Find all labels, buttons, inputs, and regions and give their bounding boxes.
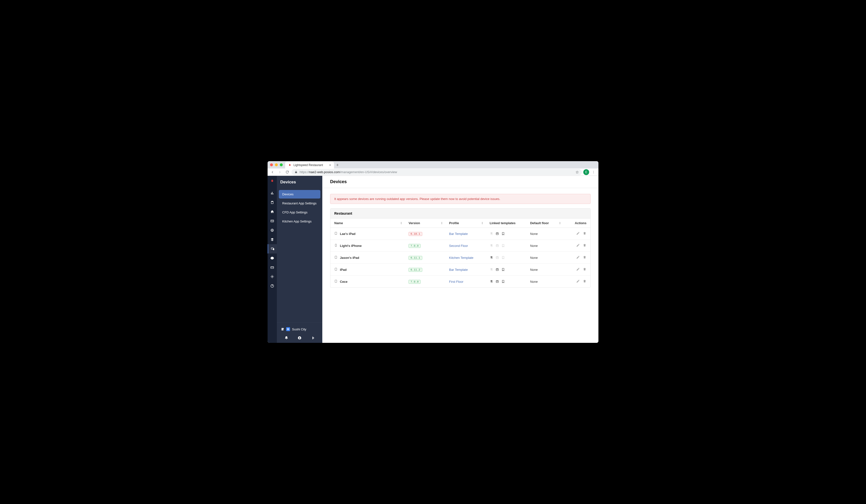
- delete-button[interactable]: [583, 231, 587, 236]
- nav-reload-button[interactable]: [284, 169, 290, 175]
- rail-help-icon[interactable]: [268, 281, 277, 290]
- template-icon: [501, 244, 505, 247]
- column-profile[interactable]: Profile▲▼: [445, 219, 486, 228]
- table-row: Light's iPhone7.0.0Second FloorNone: [330, 240, 590, 252]
- nav-back-button[interactable]: [269, 169, 275, 175]
- template-icon: [501, 256, 505, 259]
- browser-menu-button[interactable]: [591, 169, 597, 175]
- device-name: Lae's iPad: [334, 232, 401, 236]
- templates-cell: [490, 268, 522, 271]
- star-icon[interactable]: [576, 170, 579, 174]
- floor-cell: None: [526, 240, 563, 252]
- svg-rect-6: [271, 248, 273, 249]
- edit-button[interactable]: [576, 255, 580, 260]
- svg-point-2: [593, 173, 594, 173]
- profile-link[interactable]: Second Floor: [449, 244, 468, 248]
- edit-button[interactable]: [576, 231, 580, 236]
- delete-button[interactable]: [583, 279, 587, 284]
- rail-globe-icon[interactable]: [268, 226, 277, 235]
- svg-point-1: [593, 172, 594, 172]
- template-icon: [496, 256, 499, 259]
- rail-home-icon[interactable]: [268, 207, 277, 216]
- template-icon: [496, 268, 499, 271]
- table-row: Jason's iPad6.11.1Kitchen TemplateNone: [330, 252, 590, 264]
- edit-button[interactable]: [576, 267, 580, 272]
- store-icon: [281, 328, 284, 331]
- device-type-icon: [334, 244, 337, 248]
- template-icon: [501, 280, 505, 283]
- svg-rect-28: [497, 269, 498, 270]
- template-icon: [490, 268, 493, 271]
- sidebar-item-devices[interactable]: Devices: [279, 190, 320, 198]
- browser-toolbar: https://nae2-web.posios.com/management/e…: [268, 169, 598, 176]
- profile-link[interactable]: Kitchen Template: [449, 256, 474, 260]
- column-floor[interactable]: Default floor▲▼: [526, 219, 563, 228]
- template-icon: [490, 232, 493, 236]
- rail-settings-icon[interactable]: [268, 272, 277, 281]
- side-panel-title: Devices: [277, 176, 322, 188]
- profile-link[interactable]: First Floor: [449, 280, 464, 284]
- svg-rect-19: [496, 245, 498, 247]
- app-logo[interactable]: [270, 179, 275, 184]
- sort-icon: ▲▼: [400, 222, 402, 225]
- rail-printer-icon[interactable]: [268, 253, 277, 263]
- company-badge: M: [286, 327, 290, 331]
- template-icon: [490, 280, 493, 283]
- version-badge: 6.11.2: [409, 268, 422, 272]
- template-icon: [501, 268, 505, 271]
- column-actions: Actions: [563, 219, 590, 228]
- logout-icon[interactable]: [309, 336, 317, 340]
- window-minimize-button[interactable]: [275, 163, 278, 166]
- delete-button[interactable]: [583, 243, 587, 248]
- main-content: Devices It appears some devices are runn…: [322, 176, 598, 343]
- user-avatar[interactable]: E: [583, 169, 589, 175]
- browser-tab-bar: Lightspeed Restaurant × +: [268, 161, 598, 169]
- window-maximize-button[interactable]: [280, 163, 283, 166]
- floor-cell: None: [526, 276, 563, 288]
- nav-forward-button[interactable]: [277, 169, 283, 175]
- device-name: Jason's iPad: [334, 256, 401, 260]
- delete-button[interactable]: [583, 255, 587, 260]
- delete-button[interactable]: [583, 267, 587, 272]
- svg-rect-24: [497, 257, 498, 257]
- profile-link[interactable]: Bar Template: [449, 232, 468, 236]
- table-row: iPad6.11.2Bar TemplateNone: [330, 264, 590, 276]
- edit-button[interactable]: [576, 279, 580, 284]
- close-tab-icon[interactable]: ×: [329, 163, 331, 167]
- devices-table: Restaurant Name▲▼ Version▲▼ Profile▲▼ Li…: [330, 208, 591, 288]
- rail-devices-icon[interactable]: [268, 244, 277, 253]
- browser-tab[interactable]: Lightspeed Restaurant ×: [285, 162, 334, 169]
- rail-payment-icon[interactable]: [268, 263, 277, 272]
- svg-point-26: [336, 270, 336, 270]
- svg-rect-31: [496, 280, 498, 283]
- edit-button[interactable]: [576, 243, 580, 248]
- company-switcher[interactable]: M Sushi City: [280, 326, 319, 333]
- svg-rect-8: [271, 267, 274, 268]
- column-name[interactable]: Name▲▼: [330, 219, 405, 228]
- new-tab-button[interactable]: +: [334, 163, 341, 168]
- tab-title: Lightspeed Restaurant: [293, 163, 323, 167]
- svg-rect-23: [496, 257, 498, 259]
- notifications-icon[interactable]: [282, 336, 290, 340]
- window-close-button[interactable]: [270, 163, 273, 166]
- sidebar-item-restaurant-app-settings[interactable]: Restaurant App Settings: [279, 199, 320, 208]
- sort-icon: ▲▼: [441, 222, 443, 225]
- svg-point-22: [336, 258, 336, 258]
- sidebar-item-cfd-app-settings[interactable]: CFD App Settings: [279, 208, 320, 217]
- column-templates: Linked templates: [486, 219, 526, 228]
- browser-window: Lightspeed Restaurant × + https://nae2-w…: [268, 161, 598, 343]
- address-bar[interactable]: https://nae2-web.posios.com/management/e…: [291, 169, 582, 175]
- template-icon: [501, 232, 505, 236]
- rail-clipboard-icon[interactable]: [268, 198, 277, 207]
- icon-rail: [268, 176, 277, 343]
- rail-id-icon[interactable]: [268, 216, 277, 226]
- user-icon[interactable]: [296, 336, 303, 340]
- sidebar-item-kitchen-app-settings[interactable]: Kitchen App Settings: [279, 217, 320, 226]
- profile-link[interactable]: Bar Template: [449, 268, 468, 272]
- floor-cell: None: [526, 264, 563, 276]
- rail-analytics-icon[interactable]: [268, 188, 277, 198]
- rail-layers-icon[interactable]: [268, 235, 277, 244]
- template-icon: [490, 256, 493, 259]
- template-icon: [490, 244, 493, 247]
- column-version[interactable]: Version▲▼: [405, 219, 445, 228]
